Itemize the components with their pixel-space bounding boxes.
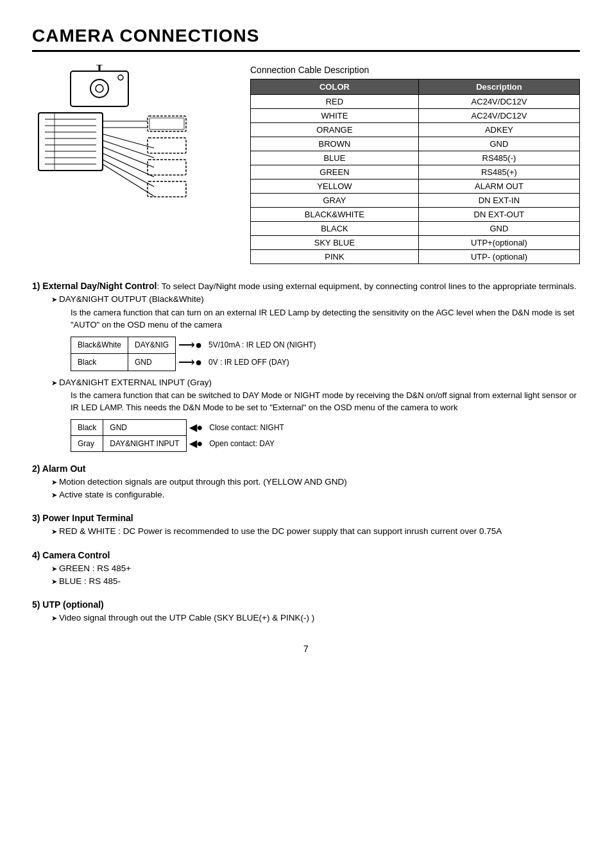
cable-table-row: BLACKGND bbox=[251, 222, 580, 236]
cable-table-row: YELLOWALARM OUT bbox=[251, 179, 580, 194]
in-row1-left: Black bbox=[71, 419, 103, 435]
section-1-title: 1) External Day/Night Control bbox=[32, 281, 157, 291]
input-signal-diagram: Black GND Gray DAY&NIGHT INPUT ◀● ◀● Clo… bbox=[71, 419, 580, 452]
svg-rect-0 bbox=[71, 71, 128, 106]
col-header-color: COLOR bbox=[251, 79, 419, 95]
cable-table-row: ORANGEADKEY bbox=[251, 123, 580, 137]
out-desc-2: 0V : IR LED OFF (DAY) bbox=[208, 356, 316, 368]
section-3: 3) Power Input Terminal RED & WHITE : DC… bbox=[32, 512, 580, 538]
cable-color-cell: PINK bbox=[251, 250, 419, 264]
cable-table-row: GRAYDN EXT-IN bbox=[251, 194, 580, 208]
section-5: 5) UTP (optional) Video signal through o… bbox=[32, 598, 580, 624]
cable-color-cell: BLACK bbox=[251, 222, 419, 236]
section-4-title: 4) Camera Control bbox=[32, 549, 580, 562]
svg-rect-22 bbox=[148, 116, 186, 131]
camera-diagram bbox=[32, 65, 231, 233]
cable-color-cell: SKY BLUE bbox=[251, 236, 419, 250]
section-1-bullet2-list: DAY&NIGHT EXTERNAL INPUT (Gray) bbox=[51, 376, 580, 389]
input-descs: Close contact: NIGHT Open contact: DAY bbox=[205, 419, 288, 452]
cable-desc-cell: DN EXT-OUT bbox=[418, 208, 579, 222]
svg-rect-4 bbox=[38, 113, 103, 171]
section-2-bullets: Motion detection signals are output thro… bbox=[51, 476, 580, 502]
col-header-description: Description bbox=[418, 79, 579, 95]
section-4-bullets: GREEN : RS 485+BLUE : RS 485- bbox=[51, 562, 580, 588]
cable-color-cell: WHITE bbox=[251, 109, 419, 123]
input-arrows: ◀● ◀● bbox=[187, 419, 206, 452]
cable-color-cell: BROWN bbox=[251, 137, 419, 151]
svg-point-2 bbox=[96, 85, 103, 92]
svg-rect-24 bbox=[148, 138, 186, 153]
cable-color-cell: BLUE bbox=[251, 151, 419, 165]
svg-line-17 bbox=[103, 140, 154, 158]
output-signal-diagram: Black&White DAY&NIG Black GND ⟶● ⟶● 5V/1… bbox=[71, 337, 580, 371]
out-row1-middle: DAY&NIG bbox=[128, 337, 176, 354]
cable-table-row: WHITEAC24V/DC12V bbox=[251, 109, 580, 123]
arrow-right-2: ⟶● bbox=[178, 354, 202, 371]
svg-rect-23 bbox=[149, 118, 184, 129]
section-4: 4) Camera Control GREEN : RS 485+BLUE : … bbox=[32, 549, 580, 588]
cable-color-cell: RED bbox=[251, 95, 419, 109]
out-desc-1: 5V/10mA : IR LED ON (NIGHT) bbox=[208, 339, 316, 351]
cable-table-title: Connection Cable Description bbox=[250, 65, 580, 75]
cable-desc-cell: GND bbox=[418, 222, 579, 236]
section-2: 2) Alarm Out Motion detection signals ar… bbox=[32, 462, 580, 502]
cable-color-cell: GREEN bbox=[251, 165, 419, 179]
arrow-left-2: ◀● bbox=[189, 436, 203, 451]
svg-line-16 bbox=[103, 134, 154, 148]
list-item: GREEN : RS 485+ bbox=[51, 562, 580, 575]
bullet-1-label: DAY&NIGHT OUTPUT (Black&White) bbox=[51, 293, 580, 306]
cable-desc-cell: AC24V/DC12V bbox=[418, 109, 579, 123]
page-title: CAMERA CONNECTIONS bbox=[32, 26, 580, 52]
cable-color-cell: BLACK&WHITE bbox=[251, 208, 419, 222]
cable-table-row: GREENRS485(+) bbox=[251, 165, 580, 179]
arrow-left-1: ◀● bbox=[189, 420, 203, 435]
cable-table: COLOR Description REDAC24V/DC12VWHITEAC2… bbox=[250, 79, 580, 264]
section-2-title: 2) Alarm Out bbox=[32, 462, 580, 476]
cable-desc-cell: ADKEY bbox=[418, 123, 579, 137]
svg-line-21 bbox=[103, 164, 154, 196]
bullet-2-label: DAY&NIGHT EXTERNAL INPUT (Gray) bbox=[51, 376, 580, 389]
in-row1-middle: GND bbox=[103, 419, 186, 435]
list-item: RED & WHITE : DC Power is recommended to… bbox=[51, 525, 580, 538]
section-1-intro: : To select Day/Night mode using externa… bbox=[157, 281, 576, 291]
out-row2-left: Black bbox=[71, 354, 128, 371]
in-row2-middle: DAY&NIGHT INPUT bbox=[103, 435, 186, 451]
cable-table-row: REDAC24V/DC12V bbox=[251, 95, 580, 109]
output-signal-table: Black&White DAY&NIG Black GND bbox=[71, 337, 176, 371]
cable-desc-cell: AC24V/DC12V bbox=[418, 95, 579, 109]
in-desc-1: Close contact: NIGHT bbox=[209, 422, 284, 433]
section-5-bullets: Video signal through out the UTP Cable (… bbox=[51, 612, 580, 624]
cable-table-row: SKY BLUEUTP+(optional) bbox=[251, 236, 580, 250]
list-item: Active state is configurable. bbox=[51, 488, 580, 501]
cable-desc-cell: UTP- (optional) bbox=[418, 250, 579, 264]
cable-desc-cell: ALARM OUT bbox=[418, 179, 579, 194]
section-1-bullets: DAY&NIGHT OUTPUT (Black&White) bbox=[51, 293, 580, 306]
cable-desc-cell: RS485(+) bbox=[418, 165, 579, 179]
cable-color-cell: ORANGE bbox=[251, 123, 419, 137]
bullet-1-text: Is the camera function that can turn on … bbox=[71, 306, 580, 331]
page-number: 7 bbox=[32, 644, 580, 654]
cable-desc-cell: RS485(-) bbox=[418, 151, 579, 165]
input-signal-table: Black GND Gray DAY&NIGHT INPUT bbox=[71, 419, 187, 452]
bullet-2-text: Is the camera function that can be switc… bbox=[71, 389, 580, 414]
arrow-right-1: ⟶● bbox=[178, 337, 202, 354]
cable-color-cell: GRAY bbox=[251, 194, 419, 208]
out-row2-middle: GND bbox=[128, 354, 176, 371]
output-arrows: ⟶● ⟶● bbox=[176, 337, 205, 371]
out-row1-left: Black&White bbox=[71, 337, 128, 354]
cable-table-row: BLUERS485(-) bbox=[251, 151, 580, 165]
in-desc-2: Open contact: DAY bbox=[209, 438, 284, 449]
cable-table-section: Connection Cable Description COLOR Descr… bbox=[250, 65, 580, 264]
list-item: Video signal through out the UTP Cable (… bbox=[51, 612, 580, 624]
cable-table-row: PINKUTP- (optional) bbox=[251, 250, 580, 264]
cable-desc-cell: DN EXT-IN bbox=[418, 194, 579, 208]
cable-table-row: BLACK&WHITEDN EXT-OUT bbox=[251, 208, 580, 222]
list-item: Motion detection signals are output thro… bbox=[51, 476, 580, 488]
section-5-title: 5) UTP (optional) bbox=[32, 598, 580, 612]
cable-table-row: BROWNGND bbox=[251, 137, 580, 151]
in-row2-left: Gray bbox=[71, 435, 103, 451]
svg-rect-26 bbox=[148, 181, 186, 197]
top-section: Connection Cable Description COLOR Descr… bbox=[32, 65, 580, 264]
cable-desc-cell: UTP+(optional) bbox=[418, 236, 579, 250]
output-descs: 5V/10mA : IR LED ON (NIGHT) 0V : IR LED … bbox=[205, 337, 319, 371]
